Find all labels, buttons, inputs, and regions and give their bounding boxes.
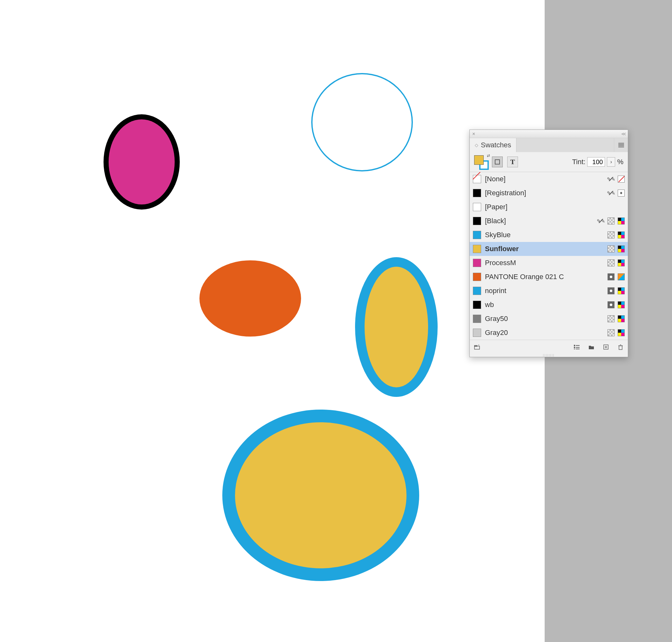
skyblue-circle-outline[interactable] <box>311 73 413 171</box>
collapse-icon[interactable]: << <box>621 131 625 137</box>
global-swatch-icon <box>608 329 614 336</box>
text-formatting-button[interactable]: T <box>507 156 518 167</box>
swatch-name: Sunflower <box>485 245 604 253</box>
swatch-chip <box>473 301 481 309</box>
swatch-chip <box>473 217 481 225</box>
swatch-chip <box>473 259 481 267</box>
resize-grip[interactable]: |||||||| <box>470 354 628 357</box>
panel-menu-button[interactable] <box>614 138 628 152</box>
container-formatting-button[interactable] <box>492 156 503 167</box>
panel-titlebar[interactable]: × << <box>470 130 628 138</box>
registration-type-icon <box>618 190 625 196</box>
swatch-name: Gray50 <box>485 314 604 323</box>
none-type-icon <box>618 176 625 182</box>
swatch-type-icons: ✎ <box>608 190 625 196</box>
svg-rect-7 <box>576 347 580 348</box>
global-swatch-icon <box>608 231 614 239</box>
swatch-row[interactable]: [Black]✎ <box>470 214 628 228</box>
swatch-row[interactable]: [None]✎ <box>470 172 628 186</box>
swatch-name: PANTONE Orange 021 C <box>485 273 604 281</box>
swatch-name: [Black] <box>485 217 594 225</box>
svg-text:+: + <box>478 344 480 346</box>
swatch-chip <box>473 231 481 239</box>
swatch-chip <box>473 314 481 323</box>
swatch-row[interactable]: ProcessM <box>470 256 628 270</box>
not-editable-icon: ✎ <box>608 190 614 196</box>
svg-rect-8 <box>576 349 580 349</box>
tint-label: Tint: <box>572 158 585 166</box>
document-canvas[interactable] <box>0 0 545 642</box>
tint-input[interactable] <box>587 157 605 167</box>
swatch-name: noprint <box>485 287 604 295</box>
swatch-name: Gray20 <box>485 329 604 337</box>
swatch-row[interactable]: SkyBlue <box>470 228 628 242</box>
swatch-row[interactable]: Sunflower <box>470 242 628 256</box>
fill-proxy[interactable] <box>474 155 484 165</box>
swatch-type-icons <box>608 259 625 266</box>
sunflower-large-ellipse[interactable] <box>222 410 419 581</box>
swatch-name: ProcessM <box>485 259 604 267</box>
not-editable-icon: ✎ <box>608 176 614 182</box>
swatch-libraries-icon[interactable] <box>587 343 595 351</box>
cmyk-mode-icon <box>618 259 625 266</box>
swatch-chip <box>473 203 481 211</box>
tint-control: Tint: › % <box>572 157 623 167</box>
swatch-chip <box>473 287 481 295</box>
magenta-ellipse[interactable] <box>103 114 180 209</box>
svg-rect-6 <box>576 345 580 346</box>
swatches-panel: × << ◇ Swatches ⇄ T <box>469 130 628 357</box>
swatch-list[interactable]: [None]✎[Registration]✎[Paper][Black]✎Sky… <box>470 172 628 340</box>
tab-label: Swatches <box>481 141 511 149</box>
swatch-chip <box>473 273 481 281</box>
swatch-row[interactable]: PANTONE Orange 021 C <box>470 270 628 284</box>
swatch-type-icons: ✎ <box>608 176 625 182</box>
swatch-type-icons <box>608 329 625 336</box>
tint-unit: % <box>617 158 623 166</box>
global-swatch-icon <box>608 245 614 253</box>
close-icon[interactable]: × <box>472 131 475 137</box>
swatch-views-icon[interactable] <box>573 343 581 351</box>
sunflower-small-ellipse[interactable] <box>355 257 438 397</box>
color-mode-icon <box>618 273 625 280</box>
tab-handle-icon: ◇ <box>475 143 478 147</box>
cmyk-mode-icon <box>618 231 625 239</box>
tint-stepper[interactable]: › <box>607 157 615 167</box>
swatch-name: wb <box>485 301 604 309</box>
spot-color-icon <box>608 301 614 308</box>
swatch-chip <box>473 175 481 183</box>
swatch-type-icons <box>608 315 625 322</box>
new-swatch-icon[interactable] <box>602 343 610 351</box>
global-swatch-icon <box>608 218 614 224</box>
swatch-row[interactable]: noprint <box>470 284 628 298</box>
swatch-chip <box>473 329 481 337</box>
swatch-row[interactable]: [Registration]✎ <box>470 186 628 200</box>
svg-rect-5 <box>574 349 575 349</box>
panel-tab-bar: ◇ Swatches <box>470 138 628 152</box>
swatch-row[interactable]: wb <box>470 298 628 312</box>
swatch-type-icons <box>608 245 625 253</box>
swatch-name: SkyBlue <box>485 231 604 239</box>
swatch-chip <box>473 189 481 197</box>
swatch-row[interactable]: [Paper] <box>470 200 628 214</box>
tab-swatches[interactable]: ◇ Swatches <box>470 138 516 152</box>
new-color-group-icon[interactable]: + <box>473 343 481 351</box>
swatch-row[interactable]: Gray50 <box>470 312 628 326</box>
global-swatch-icon <box>608 259 614 266</box>
hamburger-icon <box>618 143 624 147</box>
swatch-type-icons <box>608 301 625 308</box>
swatch-chip <box>473 245 481 253</box>
delete-swatch-icon[interactable] <box>617 343 625 351</box>
swatch-type-icons <box>608 231 625 239</box>
cmyk-mode-icon <box>618 218 625 224</box>
global-swatch-icon <box>608 315 614 322</box>
swatch-type-icons <box>608 287 625 294</box>
panel-toolbar: ⇄ T Tint: › % <box>470 152 628 172</box>
swatch-name: [Registration] <box>485 189 604 197</box>
fill-stroke-proxy[interactable]: ⇄ <box>474 155 487 169</box>
swatch-row[interactable]: Gray20 <box>470 326 628 340</box>
cmyk-mode-icon <box>618 245 625 253</box>
swatch-name: [Paper] <box>485 203 621 211</box>
cmyk-mode-icon <box>618 301 625 308</box>
orange-ellipse[interactable] <box>200 260 301 336</box>
swap-fill-stroke-icon[interactable]: ⇄ <box>487 153 490 158</box>
